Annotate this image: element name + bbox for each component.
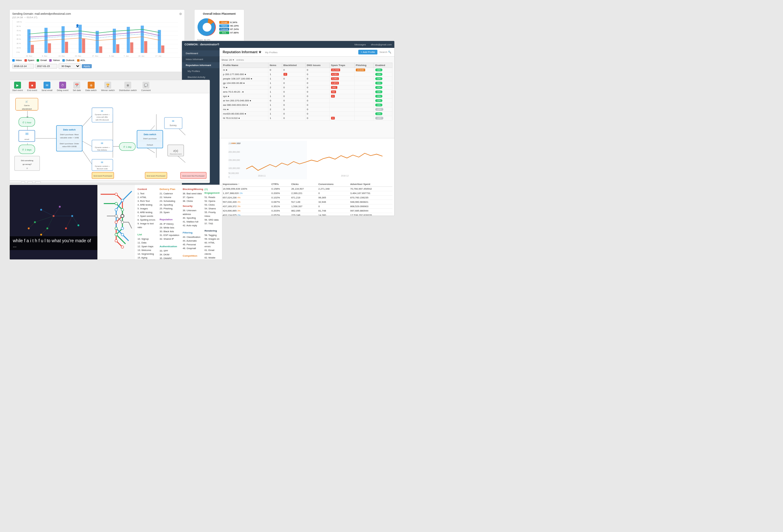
tool-start-event[interactable]: ▶ Start event [12, 82, 23, 91]
video-caption: while f a i t h f u l to what you're mad… [10, 236, 97, 250]
zoom-in-button[interactable]: + [28, 181, 32, 183]
tool-end-event[interactable]: ■ End event [27, 82, 37, 91]
messages-label[interactable]: Messages [354, 43, 366, 46]
add-profile-button[interactable]: + Add Profile [358, 50, 378, 55]
svg-text:10. Jan: 10. Jan [138, 55, 144, 57]
chart-settings-icon[interactable]: ⚙ [179, 12, 182, 15]
table-row[interactable]: ar hm 200.370.046.009 ● 0 0 0 ON [222, 99, 393, 103]
table-row[interactable]: p 200.177.000.000 ● 1 2 0 4,321 ON [222, 72, 393, 77]
tool-set-date[interactable]: 📅 Set date [73, 82, 81, 91]
col-phishing[interactable]: Phishing [354, 63, 374, 68]
col-blacklisted[interactable]: Blacklisted [282, 63, 305, 68]
col-enabled[interactable]: Enabled [374, 63, 393, 68]
svg-rect-28 [127, 27, 130, 53]
taxonomy-panel: while f a i t h f u l to what you're mad… [9, 185, 222, 260]
sidebar-item-inbox-informant[interactable]: Inbox Informant [182, 56, 220, 62]
tool-distribution-switch[interactable]: ⊗ Distribution switch [119, 82, 136, 91]
stats-row: 16,568,659,639 100% 0.158% 26,134,507 2,… [221, 187, 393, 191]
zoom-reset-button[interactable]: ⊙ [35, 181, 41, 183]
engagement-pos-section: (+) Engagement [205, 188, 220, 195]
sidebar-item-reputation-informant[interactable]: Reputation Informant [182, 62, 220, 68]
rep-topbar-user: dhoob@gmail.com [371, 43, 392, 46]
blocking-section-title: Blocking/Missing [183, 188, 203, 191]
taxonomy-video[interactable]: while f a i t h f u l to what you're mad… [10, 185, 97, 259]
table-row[interactable]: gp 134.000.00.88 ● 1 0 0 2,874 ON [222, 81, 393, 86]
svg-text:🛒: 🛒 [25, 100, 28, 103]
tool-delay-event[interactable]: ⏱ Delay event [57, 82, 68, 91]
table-row[interactable]: % ● 2 0 0 341 ON [222, 86, 393, 90]
tool-data-switch[interactable]: ⊕ Data switch [85, 82, 96, 91]
col-spam-traps[interactable]: Spam Traps [330, 63, 354, 68]
outlook-label-row: Outlook 87.24% [219, 28, 239, 31]
rep-profiles-table-area[interactable]: Show: 20 ▾ entries Profile Name Items Bl… [220, 57, 394, 138]
table-row[interactable]: arra 70.0.49.20 - ● 1 0 0 54 ON [222, 90, 393, 94]
stats-col-impressions[interactable]: Impressions ↑ [221, 182, 270, 187]
stats-col-conversions[interactable]: Conversions [317, 182, 349, 187]
svg-text:2016-11: 2016-11 [258, 175, 266, 177]
date-range-select[interactable]: 30 Days [59, 64, 81, 69]
svg-rect-17 [31, 45, 34, 53]
sidebar-item-blacklist[interactable]: Blacklist Activity [182, 74, 220, 80]
stats-col-clicks[interactable]: Clicks [290, 182, 317, 187]
stats-row: 657,024,236 4% 0.102% 671,219 99,365 870… [221, 196, 393, 200]
svg-text:✉: ✉ [101, 161, 103, 164]
svg-text:Didn't purchase: Order: Didn't purchase: Order [60, 142, 79, 144]
table-row[interactable]: m ● 0 0 0 21,533 19,640 ON [222, 68, 393, 72]
svg-text:End event Purchased: End event Purchased [147, 175, 165, 177]
zoom-out-button[interactable]: - [21, 181, 25, 183]
svg-text:6. Dec: 6. Dec [42, 55, 47, 57]
svg-rect-16 [27, 29, 30, 53]
zoom-level: 100% [12, 182, 19, 184]
svg-text:200,000,000: 200,000,000 [228, 151, 240, 153]
svg-text:total: total [237, 142, 241, 144]
rep-stats-area[interactable]: Impressions ↑ CTR% Clicks Conversions Ad… [220, 182, 394, 215]
tool-comment[interactable]: 💬 Comment [141, 82, 151, 91]
svg-text:⚙: ⚙ [26, 167, 28, 169]
table-row[interactable]: people 108.107.100.000 ● 1 0 0 3,901 ON [222, 77, 393, 81]
chart-title: Sending Domain: mail.webmdprofessional.c… [12, 12, 182, 15]
svg-text:👤: 👤 [75, 24, 80, 28]
chart-controls: 30 Days Apply [12, 64, 182, 69]
svg-text:Data switch: Data switch [63, 128, 75, 131]
stats-col-ctr[interactable]: CTR% [270, 182, 290, 187]
stats-col-spent[interactable]: Advertiser Spent [349, 182, 393, 187]
stats-row: 597,030,439 4% 0.087% 517,149 32,946 948… [221, 200, 393, 204]
rep-header: Reputation Informant ★ My Profiles + Add… [220, 48, 394, 57]
sidebar-item-my-profiles[interactable]: My Profiles [182, 68, 220, 74]
list-section-title: List [137, 233, 158, 237]
content-item-8: 8. Spelling errors [137, 218, 158, 222]
svg-text:Dynamic content +: Dynamic content + [95, 165, 110, 167]
svg-rect-46 [228, 141, 307, 179]
aol-badge: AOL [219, 31, 229, 34]
col-dns-issues[interactable]: DNS Issues [305, 63, 330, 68]
chart-subtitle: (12.14.18 → 01/14.17) [12, 16, 182, 19]
table-row[interactable]: ht 70.0.9.010 ● 1 0 0 3 OFF [222, 116, 393, 121]
flow-svg: 🛒 Cart is abandoned ⏱ 1 hour ✉ email ⏱ 2… [10, 93, 210, 180]
table-row[interactable]: aw 080.040.003.034 ● 1 0 0 ON [222, 103, 393, 107]
yahoo-label-row: Yahoo 90.19% [219, 24, 239, 27]
svg-text:150,000,000: 150,000,000 [228, 159, 240, 161]
svg-text:13. Dec: 13. Dec [59, 55, 65, 57]
table-row[interactable]: mx420-80.030.000 ● 1 0 0 ON [222, 112, 393, 116]
svg-point-159 [115, 233, 118, 236]
automation-flow-panel: ▶ Start event ■ End event ✉ Send email ⏱… [9, 80, 210, 183]
tool-send-email[interactable]: ✉ Send email [41, 82, 52, 91]
sidebar-item-dashboard[interactable]: Dashboard [182, 51, 220, 56]
search-input-area[interactable]: Search 🔍 [379, 51, 391, 54]
table-row[interactable]: mx ● 2 0 0 OFF [222, 107, 393, 112]
svg-text:100,000,000: 100,000,000 [228, 167, 240, 169]
svg-point-149 [121, 199, 124, 202]
table-row[interactable]: spn ● 1 0 0 3 ON [222, 94, 393, 99]
apply-button[interactable]: Apply [82, 64, 92, 68]
svg-rect-20 [61, 26, 64, 53]
svg-rect-26 [113, 29, 116, 53]
content-item-4: 4. ARB testing [137, 203, 158, 207]
content-section-title: Content [137, 188, 158, 191]
profiles-table: Profile Name Items Blacklisted DNS Issue… [221, 63, 393, 121]
tool-winner-switch[interactable]: 🏆 Winner switch [101, 82, 115, 91]
date-to-input[interactable] [35, 64, 57, 69]
show-label[interactable]: Show: 20 ▾ [221, 59, 234, 61]
col-items[interactable]: Items [269, 63, 282, 68]
col-profile-name[interactable]: Profile Name [222, 63, 269, 68]
date-from-input[interactable] [12, 64, 34, 69]
